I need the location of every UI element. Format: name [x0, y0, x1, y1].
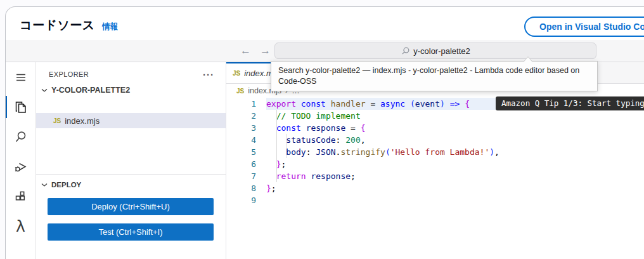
chevron-down-icon	[39, 180, 49, 190]
search-tooltip-text: Search y-color-palette2 — index.mjs - y-…	[278, 66, 579, 86]
line-number: 7	[226, 170, 266, 182]
chevron-down-icon	[39, 85, 49, 95]
code-line: 5 body: JSON.stringify('Hello from Lambd…	[226, 146, 644, 158]
back-icon[interactable]: ←	[240, 44, 251, 57]
code-line: 6 };	[226, 158, 644, 170]
run-debug-icon[interactable]	[6, 152, 36, 182]
code-line: 4 statusCode: 200,	[226, 134, 644, 146]
forward-icon[interactable]: →	[260, 44, 271, 57]
line-number: 6	[226, 158, 266, 170]
code-line: 3 const response = {	[226, 122, 644, 134]
amazon-q-tip: Amazon Q Tip 1/3: Start typing	[496, 96, 644, 110]
line-number: 9	[226, 194, 266, 206]
line-number: 4	[226, 134, 266, 146]
explorer-actions-icon[interactable]: ···	[203, 69, 214, 80]
line-number: 2	[226, 110, 266, 122]
code-line: 8};	[226, 182, 644, 194]
line-number: 3	[226, 122, 266, 134]
open-in-vscode-button[interactable]: Open in Visual Studio Code	[524, 17, 644, 37]
section-divider	[36, 174, 226, 175]
deploy-button[interactable]: Deploy (Ctrl+Shift+U)	[48, 198, 214, 215]
card-header: コードソース 情報 Open in Visual Studio Code	[6, 7, 644, 40]
info-link[interactable]: 情報	[102, 22, 118, 32]
code-source-card: コードソース 情報 Open in Visual Studio Code ← →…	[5, 6, 644, 259]
code-line: 2 // TODO implement	[226, 110, 644, 122]
tree-root-folder[interactable]: Y-COLOR-PALETTE2	[36, 83, 226, 98]
code-line-text: return response;	[266, 170, 644, 182]
deploy-section-header[interactable]: DEPLOY	[36, 178, 226, 192]
line-number: 1	[226, 98, 266, 110]
nav-arrows: ← →	[240, 40, 271, 62]
code-line-text: statusCode: 200,	[266, 134, 644, 146]
js-file-icon: JS	[233, 70, 240, 77]
code-line-text: const response = {	[266, 122, 644, 134]
menu-icon[interactable]	[6, 62, 36, 92]
code-line: 9	[226, 194, 644, 206]
line-number: 5	[226, 146, 266, 158]
code-line: 7 return response;	[226, 170, 644, 182]
search-tooltip: Search y-color-palette2 — index.mjs - y-…	[271, 61, 598, 91]
vscode-titlebar: ← → y-color-palette2	[6, 40, 644, 62]
explorer-icon[interactable]	[6, 92, 36, 122]
aws-lambda-icon[interactable]: λ	[6, 211, 36, 241]
tree-file-indexmjs[interactable]: JS index.mjs	[36, 113, 226, 128]
code-editor[interactable]: 1export const handler = async (event) =>…	[226, 98, 644, 206]
editor-pane: JS index.mjs JS index.mjs › … 1export co…	[226, 62, 644, 259]
js-file-icon: JS	[53, 117, 61, 124]
code-line-text	[266, 194, 644, 206]
code-line-text: };	[266, 182, 644, 194]
code-line-text: };	[266, 158, 644, 170]
code-line-text: body: JSON.stringify('Hello from Lambda!…	[266, 146, 644, 158]
explorer-sidebar: EXPLORER ··· Y-COLOR-PALETTE2 JS index.m…	[36, 62, 226, 259]
activity-bar: λ	[6, 62, 36, 259]
indent-guide	[276, 110, 277, 182]
lambda-console-page: { "header": { "title": "コードソース", "info_l…	[0, 0, 644, 259]
code-line-text: // TODO implement	[266, 110, 644, 122]
file-name: index.mjs	[65, 116, 100, 126]
explorer-header: EXPLORER ···	[36, 67, 226, 81]
search-value: y-color-palette2	[413, 46, 470, 56]
test-button[interactable]: Test (Ctrl+Shift+I)	[48, 223, 214, 241]
line-number: 8	[226, 182, 266, 194]
search-icon	[401, 46, 410, 56]
page-title: コードソース	[20, 17, 95, 34]
js-file-icon: JS	[236, 88, 244, 95]
indent-guide	[286, 134, 287, 158]
search-icon[interactable]	[6, 122, 36, 152]
search-input[interactable]: y-color-palette2	[274, 43, 596, 59]
extensions-icon[interactable]	[6, 182, 36, 211]
explorer-title: EXPLORER	[49, 70, 89, 78]
